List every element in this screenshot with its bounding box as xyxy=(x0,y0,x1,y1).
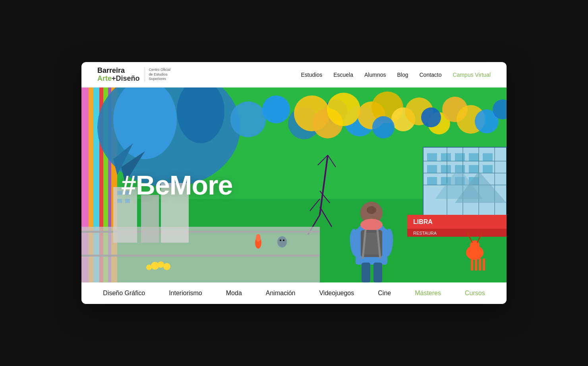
bottom-nav-cursos[interactable]: Cursos xyxy=(465,290,485,297)
svg-point-21 xyxy=(327,93,360,126)
bottom-nav-diseno-grafico[interactable]: Diseño Gráfico xyxy=(103,290,145,297)
svg-rect-91 xyxy=(483,259,485,271)
svg-point-82 xyxy=(283,239,284,241)
svg-point-103 xyxy=(360,219,383,231)
nav-links: Estudios Escuela Alumnos Blog Contacto C… xyxy=(301,71,491,78)
svg-point-85 xyxy=(163,263,170,270)
svg-point-15 xyxy=(262,95,290,123)
logo-text: BarreiraArte+Diseño xyxy=(97,67,140,83)
bottom-nav: Diseño Gráfico Interiorismo Moda Animaci… xyxy=(81,282,507,304)
svg-text:LIBRA: LIBRA xyxy=(413,218,433,225)
nav-item-estudios[interactable]: Estudios xyxy=(301,71,322,78)
bottom-nav-animacion[interactable]: Animación xyxy=(266,290,296,297)
svg-point-80 xyxy=(277,236,287,247)
nav-link-estudios[interactable]: Estudios xyxy=(301,72,322,78)
logo[interactable]: BarreiraArte+Diseño Centro Oficial de Es… xyxy=(97,67,170,83)
svg-point-14 xyxy=(230,101,266,137)
hero-tagline: #BeMore xyxy=(121,169,232,201)
svg-rect-51 xyxy=(427,177,437,185)
svg-rect-46 xyxy=(427,165,437,173)
svg-text:RESTAURA: RESTAURA xyxy=(413,231,437,236)
svg-rect-43 xyxy=(455,153,465,161)
svg-rect-49 xyxy=(469,165,479,173)
svg-point-81 xyxy=(280,239,281,241)
svg-point-84 xyxy=(158,261,164,268)
nav-item-contacto[interactable]: Contacto xyxy=(420,71,442,78)
svg-rect-90 xyxy=(479,259,481,271)
nav-link-escuela[interactable]: Escuela xyxy=(333,72,353,78)
svg-rect-111 xyxy=(373,263,382,282)
svg-rect-88 xyxy=(471,259,473,271)
hero-section: LIBRA RESTAURA xyxy=(81,88,507,282)
nav-item-alumnos[interactable]: Alumnos xyxy=(364,71,386,78)
svg-point-83 xyxy=(151,262,159,270)
main-nav: BarreiraArte+Diseño Centro Oficial de Es… xyxy=(81,62,507,88)
svg-point-30 xyxy=(421,107,441,127)
bottom-nav-cine[interactable]: Cine xyxy=(378,290,391,297)
nav-link-campus-virtual[interactable]: Campus Virtual xyxy=(453,72,491,78)
nav-item-campus-virtual[interactable]: Campus Virtual xyxy=(453,71,491,78)
svg-point-86 xyxy=(146,265,152,270)
svg-point-101 xyxy=(367,206,376,214)
bottom-nav-moda[interactable]: Moda xyxy=(226,290,242,297)
svg-point-92 xyxy=(470,240,480,251)
svg-rect-110 xyxy=(362,263,370,282)
svg-rect-45 xyxy=(483,153,493,161)
svg-point-79 xyxy=(256,234,261,242)
svg-rect-42 xyxy=(441,153,451,161)
bottom-nav-videojuegos[interactable]: Videojuegos xyxy=(319,290,354,297)
svg-rect-47 xyxy=(441,165,451,173)
logo-subtitle: Centro Oficial de Estudios Superiores xyxy=(145,68,171,82)
nav-link-alumnos[interactable]: Alumnos xyxy=(364,72,386,78)
nav-item-escuela[interactable]: Escuela xyxy=(333,71,353,78)
svg-point-29 xyxy=(372,116,395,138)
browser-window: BarreiraArte+Diseño Centro Oficial de Es… xyxy=(81,62,507,304)
svg-rect-41 xyxy=(427,153,437,161)
nav-link-blog[interactable]: Blog xyxy=(397,72,408,78)
bottom-nav-masteres[interactable]: Másteres xyxy=(415,290,441,297)
svg-rect-89 xyxy=(475,259,477,271)
bottom-nav-interiorismo[interactable]: Interiorismo xyxy=(169,290,202,297)
svg-rect-66 xyxy=(81,255,320,257)
svg-rect-44 xyxy=(469,153,479,161)
nav-item-blog[interactable]: Blog xyxy=(397,71,408,78)
svg-rect-68 xyxy=(141,195,159,243)
svg-rect-50 xyxy=(483,165,493,173)
nav-link-contacto[interactable]: Contacto xyxy=(420,72,442,78)
